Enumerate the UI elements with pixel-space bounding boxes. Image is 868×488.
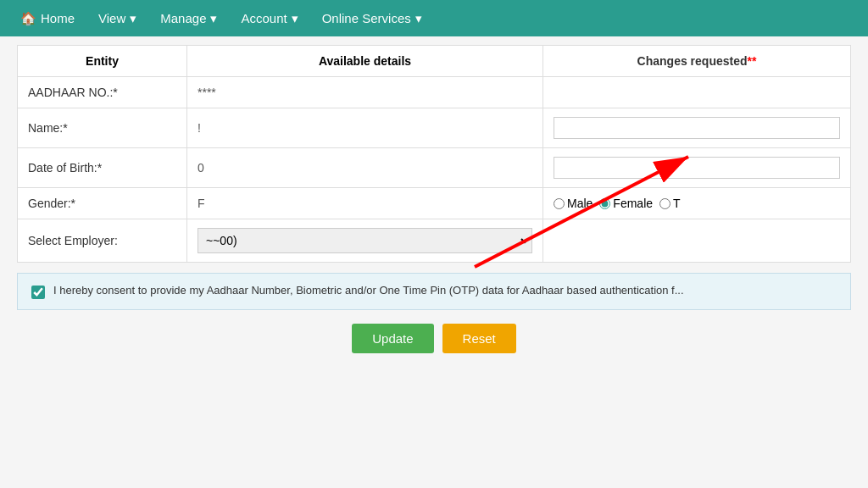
nav-manage[interactable]: Manage ▾ <box>148 3 229 35</box>
employer-select-available[interactable]: ~~00) <box>198 228 532 253</box>
available-cell-1: ! <box>187 108 543 148</box>
change-cell-3[interactable]: MaleFemaleT <box>543 188 851 219</box>
nav-view-label: View <box>98 11 125 25</box>
view-dropdown-icon: ▾ <box>130 11 136 26</box>
available-cell-3: F <box>187 188 543 219</box>
nav-account-label: Account <box>241 11 287 25</box>
entity-cell-0: AADHAAR NO.:* <box>18 77 187 108</box>
change-cell-0 <box>543 77 851 108</box>
radio-text-male: Male <box>567 197 593 210</box>
radio-label-male[interactable]: Male <box>554 197 593 210</box>
table-row: Select Employer:~~00) <box>18 219 851 263</box>
change-cell-2[interactable] <box>543 148 851 188</box>
nav-home-label: Home <box>41 11 75 25</box>
nav-view[interactable]: View ▾ <box>86 3 148 35</box>
radio-text-t: T <box>673 197 681 210</box>
available-cell-2: 0 <box>187 148 543 188</box>
nav-online-services[interactable]: Online Services ▾ <box>310 3 434 35</box>
radio-label-female[interactable]: Female <box>599 197 653 210</box>
changes-label: Changes requested <box>637 54 748 68</box>
changes-asterisks: ** <box>748 54 757 68</box>
consent-checkbox[interactable] <box>31 286 45 299</box>
available-cell-4: ~~00) <box>187 219 543 263</box>
radio-text-female: Female <box>613 197 653 210</box>
nav-manage-label: Manage <box>160 11 206 25</box>
navbar: 🏠 Home View ▾ Manage ▾ Account ▾ Online … <box>0 0 868 36</box>
change-cell-4 <box>543 219 851 263</box>
nav-account[interactable]: Account ▾ <box>229 3 309 35</box>
change-input-1[interactable] <box>554 117 840 139</box>
change-input-2[interactable] <box>554 157 840 179</box>
home-icon: 🏠 <box>20 11 36 26</box>
online-services-dropdown-icon: ▾ <box>415 11 422 26</box>
nav-online-services-label: Online Services <box>322 11 411 25</box>
nav-home[interactable]: 🏠 Home <box>8 3 86 35</box>
entity-cell-3: Gender:* <box>18 188 187 219</box>
entity-cell-2: Date of Birth:* <box>18 148 187 188</box>
col-changes-header: Changes requested** <box>543 46 851 77</box>
entity-cell-1: Name:* <box>18 108 187 148</box>
radio-female[interactable] <box>599 198 610 209</box>
entity-cell-4: Select Employer: <box>18 219 187 263</box>
main-content: Entity Available details Changes request… <box>0 36 868 379</box>
details-table: Entity Available details Changes request… <box>17 45 851 263</box>
col-available-header: Available details <box>187 46 543 77</box>
table-row: Date of Birth:*0 <box>18 148 851 188</box>
consent-box: I hereby consent to provide my Aadhaar N… <box>17 273 851 310</box>
consent-text: I hereby consent to provide my Aadhaar N… <box>53 284 684 297</box>
col-entity-header: Entity <box>18 46 187 77</box>
radio-male[interactable] <box>554 198 565 209</box>
available-cell-0: **** <box>187 77 543 108</box>
account-dropdown-icon: ▾ <box>292 11 298 26</box>
table-row: AADHAAR NO.:***** <box>18 77 851 108</box>
button-row: Update Reset <box>17 324 851 353</box>
table-row: Name:*! <box>18 108 851 148</box>
radio-t[interactable] <box>659 198 670 209</box>
change-cell-1[interactable] <box>543 108 851 148</box>
radio-label-t[interactable]: T <box>659 197 681 210</box>
manage-dropdown-icon: ▾ <box>210 11 217 26</box>
reset-button[interactable]: Reset <box>442 324 516 353</box>
table-row: Gender:*FMaleFemaleT <box>18 188 851 219</box>
update-button[interactable]: Update <box>352 324 433 353</box>
gender-radio-group: MaleFemaleT <box>554 197 840 210</box>
